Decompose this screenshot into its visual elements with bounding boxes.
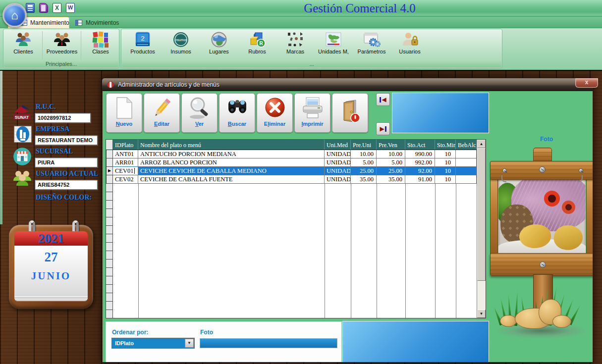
col-header[interactable]: Pre.Uni bbox=[351, 140, 377, 150]
cell-stoact[interactable]: 92.00 bbox=[405, 167, 435, 175]
cell-preuni[interactable]: 35.00 bbox=[351, 175, 377, 184]
ribbon-item-proveedores[interactable]: Proveedores bbox=[43, 30, 81, 61]
window-titlebar[interactable]: Administrador de artículos y de menús x bbox=[102, 78, 593, 91]
col-header[interactable]: IDPlato bbox=[113, 140, 138, 150]
cell-bebalc[interactable] bbox=[456, 175, 477, 184]
cell-stomin[interactable]: 10 bbox=[435, 150, 456, 158]
cell-unimed[interactable]: UNIDAD bbox=[325, 158, 351, 167]
sign-left-rail bbox=[490, 178, 498, 255]
cell-unimed[interactable]: UNIDAD bbox=[325, 175, 351, 184]
cell-unimed[interactable]: UNIDAD bbox=[325, 150, 351, 158]
notebook-icon[interactable] bbox=[39, 3, 48, 13]
ribbon-item-unidades[interactable]: Unidades M, bbox=[315, 30, 352, 61]
cell-id[interactable]: CEV02 bbox=[113, 175, 138, 184]
ribbon-item-label: Lugares bbox=[200, 49, 238, 54]
cell-nombre[interactable]: CEVICHE DE CABALLA FUENTE bbox=[138, 175, 325, 184]
cell-stoact[interactable]: 990.00 bbox=[405, 150, 435, 158]
calculator-icon[interactable] bbox=[26, 3, 35, 13]
col-header[interactable]: Nombre del plato o menú bbox=[138, 140, 325, 150]
editar-button[interactable]: Editar bbox=[144, 93, 180, 133]
screw-icon bbox=[540, 261, 546, 268]
row-selector[interactable] bbox=[106, 175, 113, 184]
row-selector-current[interactable]: ▶ bbox=[106, 167, 113, 175]
col-header[interactable]: Uni.Med bbox=[325, 140, 351, 150]
cell-bebalc[interactable] bbox=[456, 150, 477, 158]
close-button[interactable]: x bbox=[575, 78, 598, 88]
table-row[interactable]: ARR01 ARROZ BLANCO PORCION UNIDAD 5.00 5… bbox=[106, 158, 477, 167]
table-row[interactable]: ANT01 ANTICUCHO PORCION MEDIANA UNIDAD 1… bbox=[106, 150, 477, 158]
ribbon-item-rubros[interactable]: R Rubros bbox=[238, 30, 276, 61]
cell-preven[interactable]: 35.00 bbox=[377, 175, 405, 184]
ordenar-por-dropdown[interactable]: IDPlato ▼ bbox=[111, 338, 195, 349]
scroll-up-button[interactable]: ▲ bbox=[477, 140, 486, 148]
calendar-body: 27 JUNIO bbox=[14, 246, 88, 296]
dish-photo[interactable] bbox=[498, 179, 586, 253]
ribbon-item-productos[interactable]: 2 Productos bbox=[124, 30, 162, 61]
home-button[interactable]: ⌂ bbox=[2, 3, 27, 27]
scrollbar-thumb[interactable] bbox=[477, 148, 486, 281]
table-row-selected[interactable]: ▶ CEV01 CEVICHE CEVICHE DE CABALLA MEDIA… bbox=[106, 167, 477, 175]
button-label: Ver bbox=[182, 121, 217, 127]
salir-button[interactable] bbox=[332, 93, 368, 133]
first-record-button[interactable]: ◀ bbox=[376, 93, 390, 106]
chevron-down-icon[interactable]: ▼ bbox=[185, 339, 194, 348]
cell-preven[interactable]: 5.00 bbox=[377, 158, 405, 167]
col-header[interactable]: Sto.Act bbox=[405, 140, 435, 150]
cell-stomin[interactable]: 10 bbox=[435, 175, 456, 184]
cell-stomin[interactable]: 10 bbox=[435, 167, 456, 175]
row-selector[interactable] bbox=[106, 158, 113, 167]
cell-unimed[interactable]: UNIDAD bbox=[325, 167, 351, 175]
cell-preuni[interactable]: 10.00 bbox=[351, 150, 377, 158]
ribbon-item-clientes[interactable]: Clientes bbox=[4, 30, 42, 61]
cell-preuni[interactable]: 25.00 bbox=[351, 167, 377, 175]
ribbon-item-label: Proveedores bbox=[43, 49, 81, 54]
cell-stomin[interactable]: 10 bbox=[435, 158, 456, 167]
cell-nombre[interactable]: ANTICUCHO PORCION MEDIANA bbox=[138, 150, 325, 158]
ver-button[interactable]: Ver bbox=[181, 93, 218, 133]
nuevo-button[interactable]: Nuevo bbox=[106, 93, 142, 133]
ribbon-item-clases[interactable]: Clases bbox=[82, 30, 119, 61]
col-header[interactable]: Pre.Ven bbox=[377, 140, 405, 150]
cell-id[interactable]: ARR01 bbox=[113, 158, 138, 167]
cell-bebalc[interactable] bbox=[456, 158, 477, 167]
last-record-button[interactable]: ▶ bbox=[376, 122, 390, 135]
editing-text: CEV01 bbox=[115, 167, 134, 174]
sucursal-field[interactable]: PIURA bbox=[35, 157, 98, 167]
cell-preuni[interactable]: 5.00 bbox=[351, 158, 377, 167]
gridline bbox=[456, 184, 456, 318]
cell-stoact[interactable]: 91.00 bbox=[405, 175, 435, 184]
cell-id[interactable]: ANT01 bbox=[113, 150, 138, 158]
cell-bebalc[interactable] bbox=[456, 167, 477, 175]
ruc-field[interactable]: 10028997812 bbox=[35, 113, 91, 123]
ribbon-item-marcas[interactable]: Marcas bbox=[276, 30, 314, 61]
word-icon[interactable] bbox=[66, 3, 75, 13]
usuario-field[interactable]: ARIES84752 bbox=[35, 180, 98, 190]
col-header[interactable]: Sto.Min bbox=[435, 140, 456, 150]
cell-stoact[interactable]: 992.00 bbox=[405, 158, 435, 167]
tab-movimientos[interactable]: Movimientos bbox=[70, 18, 124, 28]
ribbon-item-lugares[interactable]: Lugares bbox=[200, 30, 238, 61]
sucursal-label: SUCURSAL bbox=[36, 148, 73, 156]
buscar-button[interactable]: Buscar bbox=[219, 93, 255, 133]
ribbon-item-insumos[interactable]: Insumos Insumos bbox=[162, 30, 200, 61]
eliminar-button[interactable]: Eliminar bbox=[257, 93, 293, 133]
excel-icon[interactable] bbox=[53, 3, 61, 13]
vertical-scrollbar[interactable]: ▲ ▼ bbox=[477, 140, 486, 318]
text-caret bbox=[134, 168, 135, 174]
empresa-field[interactable]: RESTAURANT DEMO bbox=[35, 135, 98, 145]
cell-nombre[interactable]: ARROZ BLANCO PORCION bbox=[138, 158, 325, 167]
cell-preven[interactable]: 10.00 bbox=[377, 150, 405, 158]
scroll-down-button[interactable]: ▼ bbox=[477, 310, 486, 318]
row-selector[interactable] bbox=[106, 150, 113, 158]
ribbon-item-usuarios[interactable]: Usuarios bbox=[391, 30, 429, 61]
articles-table[interactable]: IDPlato Nombre del plato o menú Uni.Med … bbox=[106, 139, 486, 318]
table-row[interactable]: CEV02 CEVICHE DE CABALLA FUENTE UNIDAD 3… bbox=[106, 175, 477, 184]
pencil-icon bbox=[151, 96, 173, 120]
col-header[interactable]: BebAlc bbox=[456, 140, 477, 150]
cell-preven[interactable]: 25.00 bbox=[377, 167, 405, 175]
foto-path-field[interactable] bbox=[200, 338, 337, 348]
ribbon-item-parametros[interactable]: Parámetros bbox=[353, 30, 390, 61]
cell-id-editing[interactable]: CEV01 bbox=[113, 167, 138, 175]
cell-nombre[interactable]: CEVICHE CEVICHE DE CABALLA MEDIANO bbox=[138, 167, 325, 175]
imprimir-button[interactable]: Imprimir bbox=[294, 93, 330, 133]
